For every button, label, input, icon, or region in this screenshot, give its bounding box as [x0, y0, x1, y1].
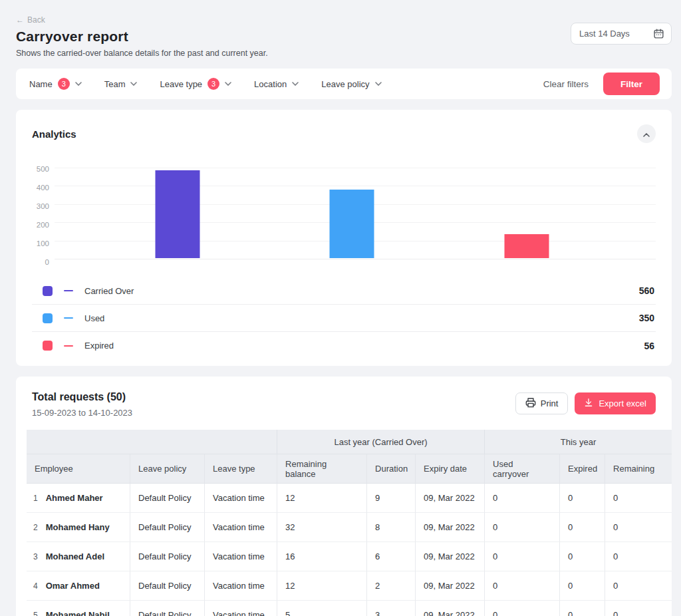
cell-used-carryover: 0 [485, 571, 560, 601]
col-expired: Expired [560, 454, 605, 484]
employee-name: Mohaned Adel [46, 551, 104, 561]
download-icon [584, 398, 593, 409]
row-number: 2 [33, 523, 38, 532]
cell-expired: 0 [560, 542, 605, 571]
group-header-blank [27, 430, 277, 454]
chart-legend: Carried Over 560 Used 350 Expired 56 [32, 277, 656, 359]
table-row[interactable]: 5Mohamed Nabil Default Policy Vacation t… [27, 601, 672, 616]
cell-expired: 0 [560, 513, 605, 542]
cell-leave-type: Vacation time [205, 513, 277, 542]
col-leave-policy: Leave policy [130, 454, 205, 484]
chevron-down-icon [75, 82, 82, 86]
cell-expired: 0 [560, 484, 605, 513]
total-requests-title: Total requests (50) [32, 391, 132, 403]
cell-expiry-date: 09, Mar 2022 [416, 513, 485, 542]
filter-leave-type-label: Leave type [160, 79, 202, 89]
cell-expiry-date: 09, Mar 2022 [416, 601, 485, 616]
back-arrow-icon: ← [16, 15, 24, 25]
filter-location[interactable]: Location [254, 79, 299, 89]
cell-remaining: 0 [605, 542, 672, 571]
row-number: 3 [33, 552, 38, 561]
carryover-table: Last year (Carried Over) This year Emplo… [27, 430, 672, 616]
table-group-header-row: Last year (Carried Over) This year [27, 430, 672, 454]
table-row[interactable]: 2Mohamed Hany Default Policy Vacation ti… [27, 513, 672, 542]
col-remaining: Remaining [605, 454, 672, 484]
cell-used-carryover: 0 [485, 542, 560, 571]
filter-team[interactable]: Team [104, 79, 138, 89]
table-row[interactable]: 1Ahmed Maher Default Policy Vacation tim… [27, 484, 672, 513]
filter-bar: Name 3 Team Leave type 3 Location Leave … [16, 69, 672, 99]
filter-name-label: Name [29, 79, 53, 89]
legend-row-used: Used 350 [32, 305, 656, 332]
filter-leave-policy-label: Leave policy [321, 79, 369, 89]
export-excel-label: Export excel [599, 398, 646, 408]
table-row[interactable]: 4Omar Ahmed Default Policy Vacation time… [27, 571, 672, 601]
expired-line-icon [64, 345, 73, 347]
collapse-analytics-button[interactable] [637, 124, 656, 143]
legend-row-carried-over: Carried Over 560 [32, 277, 656, 305]
cell-expiry-date: 09, Mar 2022 [416, 484, 485, 513]
requests-date-range: 15-09-2023 to 14-10-2023 [32, 408, 132, 418]
cell-remaining-balance: 16 [277, 542, 367, 571]
legend-value: 560 [639, 285, 656, 296]
group-header-last-year: Last year (Carried Over) [277, 430, 485, 454]
filter-name[interactable]: Name 3 [29, 78, 82, 90]
bar-carried-over[interactable] [156, 170, 200, 258]
export-excel-button[interactable]: Export excel [575, 392, 656, 414]
filter-button[interactable]: Filter [603, 73, 660, 95]
y-tick: 100 [37, 240, 49, 248]
cell-remaining-balance: 12 [277, 484, 367, 513]
cell-expiry-date: 09, Mar 2022 [416, 571, 485, 601]
cell-duration: 9 [367, 484, 416, 513]
carryover-report-page: ←Back Carryover report Shows the carried… [0, 0, 681, 616]
filter-leave-policy[interactable]: Leave policy [321, 79, 381, 89]
print-button[interactable]: Print [515, 392, 569, 414]
employee-name: Ahmed Maher [46, 493, 103, 503]
date-range-picker[interactable]: Last 14 Days [571, 23, 672, 45]
cell-remaining: 0 [605, 513, 672, 542]
print-label: Print [541, 398, 559, 408]
employee-name: Omar Ahmed [46, 581, 100, 591]
table-row[interactable]: 3Mohaned Adel Default Policy Vacation ti… [27, 542, 672, 571]
bar-chart: 500 400 300 200 100 0 [32, 163, 656, 264]
legend-label: Used [84, 313, 104, 323]
expired-swatch [43, 341, 53, 351]
col-employee: Employee [27, 454, 130, 484]
filter-leave-type[interactable]: Leave type 3 [160, 78, 231, 90]
y-tick: 400 [37, 184, 49, 192]
cell-remaining: 0 [605, 601, 672, 616]
chart-plot-area [55, 168, 656, 259]
row-number: 1 [33, 494, 38, 503]
bar-expired[interactable] [504, 234, 549, 258]
cell-remaining-balance: 5 [277, 601, 367, 616]
cell-expiry-date: 09, Mar 2022 [416, 542, 485, 571]
col-leave-type: Leave type [205, 454, 277, 484]
chevron-down-icon [130, 82, 137, 86]
chevron-up-icon [643, 129, 650, 139]
bar-used[interactable] [330, 190, 374, 258]
row-number: 5 [33, 611, 38, 616]
back-link[interactable]: ←Back [16, 15, 45, 25]
y-tick: 0 [45, 259, 49, 267]
cell-used-carryover: 0 [485, 601, 560, 616]
cell-leave-policy: Default Policy [130, 571, 205, 601]
carried-over-swatch [43, 286, 53, 296]
table-column-header-row: Employee Leave policy Leave type Remaini… [27, 454, 672, 484]
cell-duration: 3 [367, 601, 416, 616]
date-range-value: Last 14 Days [579, 29, 630, 39]
employee-name: Mohamed Hany [46, 522, 110, 532]
col-expiry-date: Expiry date [416, 454, 485, 484]
cell-leave-policy: Default Policy [130, 542, 205, 571]
filter-location-label: Location [254, 79, 287, 89]
cell-leave-policy: Default Policy [130, 601, 205, 616]
clear-filters-link[interactable]: Clear filters [543, 79, 589, 89]
printer-icon [525, 397, 536, 410]
employee-name: Mohamed Nabil [46, 610, 110, 616]
cell-remaining-balance: 12 [277, 571, 367, 601]
row-number: 4 [33, 581, 38, 591]
cell-remaining-balance: 32 [277, 513, 367, 542]
col-used-carryover: Used carryover [485, 454, 560, 484]
cell-used-carryover: 0 [485, 484, 560, 513]
carried-over-line-icon [64, 290, 73, 291]
cell-leave-type: Vacation time [205, 484, 277, 513]
